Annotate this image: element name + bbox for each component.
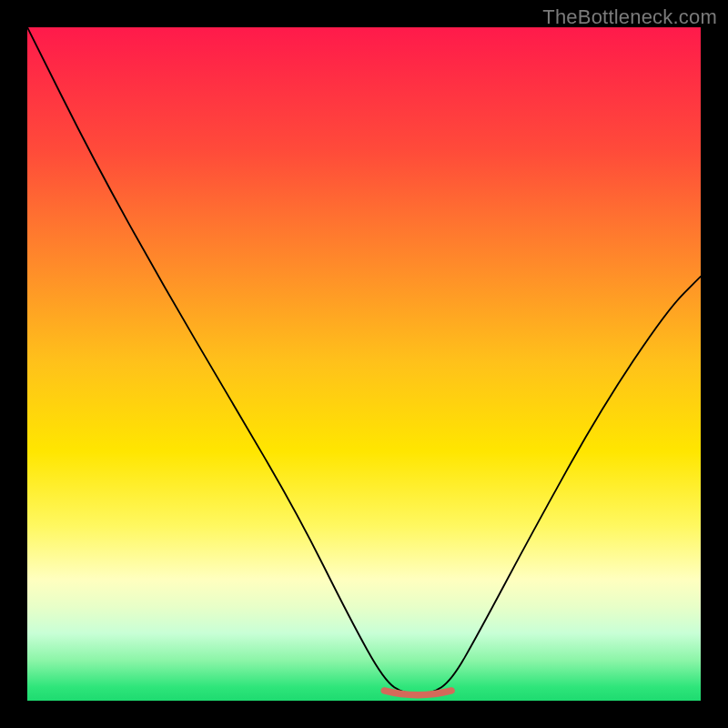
bottleneck-curve-path xyxy=(27,27,701,694)
plot-area xyxy=(27,27,701,701)
chart-stage: TheBottleneck.com xyxy=(0,0,728,728)
curve-layer xyxy=(27,27,701,701)
attribution-text: TheBottleneck.com xyxy=(542,5,717,29)
plateau-highlight-path xyxy=(384,691,451,695)
